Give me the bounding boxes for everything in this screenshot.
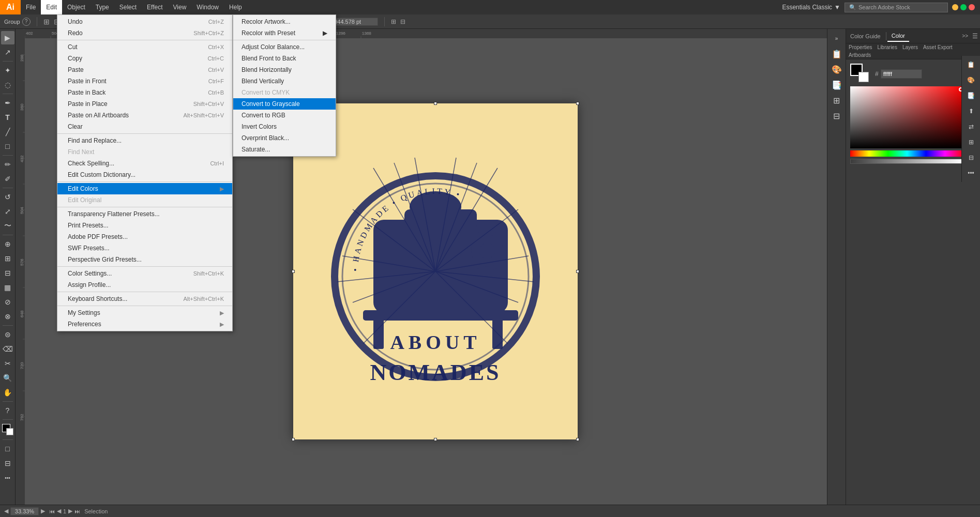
tool-pen[interactable]: ✒ [1,96,14,110]
color-hex-input[interactable] [881,69,922,79]
zoom-input[interactable] [10,507,39,515]
dots-strip-icon[interactable]: ••• [964,166,978,180]
menu-select[interactable]: Select [114,0,142,14]
tool-live-paint[interactable]: ⊜ [1,328,14,341]
tool-eyedropper[interactable]: ⊘ [1,295,14,309]
menu-preferences[interactable]: Preferences ▶ [57,318,232,330]
menu-find-replace[interactable]: Find and Replace... [57,135,232,146]
menu-paste-in-place[interactable]: Paste in Place Shift+Ctrl+V [57,98,232,110]
tool-selection[interactable]: ▶ [1,31,14,44]
menu-paste-in-front[interactable]: Paste in Front Ctrl+F [57,75,232,87]
panel-menu-icon[interactable]: ☰ [970,33,980,40]
menu-clear[interactable]: Clear [57,121,232,132]
swap-strip-icon[interactable]: ⇄ [964,120,978,133]
layers-strip-icon[interactable]: 📑 [964,89,978,102]
panel-collapse-btn[interactable]: » [830,31,844,45]
align-h-icon[interactable]: ⊞ [391,18,396,25]
color-swatch-icon-btn[interactable]: 🎨 [830,62,844,77]
tool-pencil[interactable]: ✐ [1,172,14,186]
menu-paste[interactable]: Paste Ctrl+V [57,64,232,75]
tool-mesh[interactable]: ⊟ [1,266,14,280]
zoom-next-icon[interactable]: ▶ [41,508,45,514]
menu-edit-colors[interactable]: Edit Colors ▶ [57,183,232,194]
more-strip-icon[interactable]: ⊟ [964,151,978,164]
tab-color-guide[interactable]: Color Guide [846,31,885,41]
tool-gradient[interactable]: ▦ [1,281,14,294]
menu-pdf-presets[interactable]: Adobe PDF Presets... [57,231,232,242]
export-strip-icon[interactable]: ⬆ [964,104,978,118]
hue-spectrum[interactable] [850,150,964,157]
stroke-swatch[interactable] [858,72,869,82]
tab-properties[interactable]: Properties [846,43,875,51]
submenu-overprint-black[interactable]: Overprint Black... [233,132,336,144]
menu-check-spelling[interactable]: Check Spelling... Ctrl+I [57,158,232,169]
page-prev-icon[interactable]: ◀ [57,508,61,514]
transform-icon-btn[interactable]: ⊞ [830,93,844,108]
menu-redo[interactable]: Redo Shift+Ctrl+Z [57,27,232,39]
menu-edit-dictionary[interactable]: Edit Custom Dictionary... [57,169,232,180]
minimize-button[interactable] [952,4,958,10]
tool-perspective-grid[interactable]: ⊞ [1,252,14,265]
tool-rectangle[interactable]: □ [1,140,14,153]
submenu-blend-horizontally[interactable]: Blend Horizontally [233,64,336,75]
tool-scale[interactable]: ⤢ [1,205,14,218]
properties-strip-icon[interactable]: 📋 [964,58,978,71]
search-stock-box[interactable]: 🔍 Search Adobe Stock [845,3,948,12]
menu-object[interactable]: Object [62,0,91,14]
submenu-saturate[interactable]: Saturate... [233,144,336,155]
tab-layers[interactable]: Layers [900,43,921,51]
grid-strip-icon[interactable]: ⊞ [964,135,978,149]
menu-print-presets[interactable]: Print Presets... [57,220,232,231]
menu-my-settings[interactable]: My Settings ▶ [57,307,232,318]
menu-assign-profile[interactable]: Assign Profile... [57,279,232,291]
menu-cut[interactable]: Cut Ctrl+X [57,41,232,53]
tab-libraries[interactable]: Libraries [875,43,900,51]
menu-edit[interactable]: Edit [41,0,62,14]
submenu-convert-to-rgb[interactable]: Convert to RGB [233,110,336,121]
menu-help[interactable]: Help [224,0,247,14]
tool-lasso[interactable]: ◌ [1,78,14,92]
tool-direct-selection[interactable]: ↗ [1,45,14,59]
page-next-icon[interactable]: ▶ [68,508,72,514]
menu-copy[interactable]: Copy Ctrl+C [57,53,232,64]
align-icon-btn[interactable]: ⊟ [830,109,844,123]
properties-icon-btn[interactable]: 📋 [830,47,844,61]
menu-swf-presets[interactable]: SWF Presets... [57,242,232,254]
tool-question[interactable]: ? [1,404,14,417]
menu-file[interactable]: File [21,0,41,14]
menu-undo[interactable]: Undo Ctrl+Z [57,16,232,27]
fill-stroke-control[interactable] [1,423,14,436]
close-button[interactable] [969,4,975,10]
submenu-convert-to-grayscale[interactable]: Convert to Grayscale [233,98,336,110]
submenu-blend-front-to-back[interactable]: Blend Front to Back [233,53,336,64]
submenu-recolor-preset[interactable]: Recolor with Preset ▶ [233,27,336,39]
tool-shape-builder[interactable]: ⊕ [1,237,14,251]
h-value[interactable]: 944.578 pt [331,18,378,26]
tool-magic-wand[interactable]: ✦ [1,64,14,77]
menu-perspective-presets[interactable]: Perspective Grid Presets... [57,254,232,265]
menu-effect[interactable]: Effect [142,0,168,14]
menu-view[interactable]: View [168,0,192,14]
color-strip-icon[interactable]: 🎨 [964,73,978,87]
tool-rotate[interactable]: ↺ [1,190,14,204]
submenu-recolor-artwork[interactable]: Recolor Artwork... [233,16,336,27]
tool-warp[interactable]: 〜 [1,219,14,233]
page-last-icon[interactable]: ⏭ [74,508,80,514]
tab-color[interactable]: Color [887,31,909,42]
zoom-prev-icon[interactable]: ◀ [4,508,8,514]
tool-hand[interactable]: ✋ [1,386,14,399]
submenu-blend-vertically[interactable]: Blend Vertically [233,75,336,87]
tab-asset-export[interactable]: Asset Export [921,43,955,51]
tool-scissors[interactable]: ✂ [1,357,14,370]
layers-icon-btn[interactable]: 📑 [830,78,844,92]
color-gradient-picker[interactable] [850,86,964,148]
page-first-icon[interactable]: ⏮ [49,508,55,514]
tool-line[interactable]: ╱ [1,125,14,139]
panel-expand-icon[interactable]: >> [960,33,970,39]
tool-blend[interactable]: ⊗ [1,310,14,323]
menu-paste-in-back[interactable]: Paste in Back Ctrl+B [57,87,232,98]
opacity-spectrum[interactable] [850,159,964,164]
arrange-icon-1[interactable]: ⊞ [43,18,50,26]
menu-paste-on-all-artboards[interactable]: Paste on All Artboards Alt+Shift+Ctrl+V [57,110,232,121]
menu-color-settings[interactable]: Color Settings... Shift+Ctrl+K [57,268,232,279]
